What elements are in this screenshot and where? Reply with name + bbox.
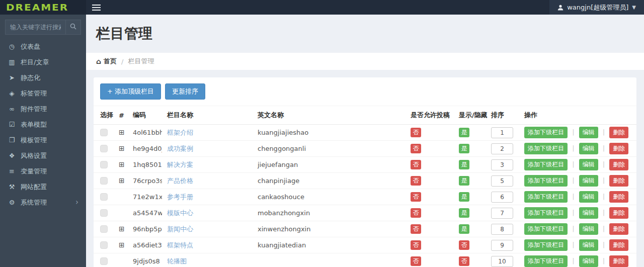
- sort-input[interactable]: [491, 143, 513, 154]
- delete-button[interactable]: 删除: [609, 175, 628, 187]
- delete-button[interactable]: 删除: [609, 255, 628, 267]
- add-child-category-button[interactable]: 添加下级栏目: [524, 175, 568, 187]
- expand-icon[interactable]: ⊞: [119, 160, 125, 168]
- expand-icon[interactable]: ⊞: [119, 176, 125, 185]
- edit-button[interactable]: 编辑: [579, 191, 598, 203]
- sidebar-item-staticize[interactable]: ➤ 静态化 ›: [0, 70, 86, 85]
- edit-button[interactable]: 编辑: [579, 143, 598, 154]
- category-name-link[interactable]: 轮播图: [167, 257, 187, 265]
- delete-button[interactable]: 删除: [609, 191, 628, 203]
- visibility-badge: 是: [459, 160, 469, 169]
- edit-button[interactable]: 编辑: [579, 239, 598, 251]
- hamburger-menu-icon[interactable]: [92, 3, 103, 12]
- sidebar-item-tag-management[interactable]: ◈ 标签管理 ›: [0, 85, 86, 101]
- edit-button[interactable]: 编辑: [579, 207, 598, 219]
- row-checkbox[interactable]: [100, 177, 108, 185]
- sort-input[interactable]: [491, 208, 513, 219]
- category-name-link[interactable]: 新闻中心: [167, 225, 193, 233]
- delete-button[interactable]: 删除: [609, 223, 628, 235]
- category-name-link[interactable]: 产品价格: [167, 177, 193, 185]
- sidebar-item-category-article[interactable]: ▥ 栏目/文章 ›: [0, 54, 86, 70]
- sidebar-item-form-model[interactable]: ☑ 表单模型 ›: [0, 117, 86, 132]
- sidebar-item-variable-management[interactable]: ≡ 变量管理 ›: [0, 163, 86, 179]
- edit-button[interactable]: 编辑: [579, 255, 598, 267]
- english-name-cell: kuangjiatedian: [253, 237, 406, 253]
- category-name-link[interactable]: 模版中心: [167, 209, 193, 217]
- add-child-category-button[interactable]: 添加下级栏目: [524, 255, 568, 267]
- sidebar: ◷ 仪表盘 › ▥ 栏目/文章 › ➤ 静态化 › ◈ 标签管理 ›: [0, 15, 86, 267]
- sidebar-item-system-management[interactable]: ⚙ 系统管理 ›: [0, 195, 86, 210]
- expand-icon[interactable]: ⊞: [119, 241, 125, 249]
- visibility-badge: 是: [459, 192, 469, 202]
- visibility-badge: 是: [459, 208, 469, 218]
- add-child-category-button[interactable]: 添加下级栏目: [524, 239, 568, 251]
- add-top-category-button[interactable]: + 添加顶级栏目: [100, 83, 161, 100]
- caret-down-icon: ▼: [632, 5, 636, 10]
- action-separator: |: [603, 241, 605, 248]
- table-header-row: 选择 # 编码 栏目名称 英文名称 是否允许投稿 显示/隐藏 排序 操作: [94, 106, 636, 125]
- row-checkbox[interactable]: [100, 145, 108, 152]
- delete-button[interactable]: 删除: [609, 239, 628, 251]
- row-checkbox[interactable]: [100, 129, 108, 136]
- delete-button[interactable]: 删除: [609, 159, 628, 170]
- expand-icon[interactable]: ⊞: [119, 225, 125, 233]
- add-child-category-button[interactable]: 添加下级栏目: [524, 159, 568, 170]
- sidebar-item-label: 附件管理: [21, 105, 75, 114]
- delete-button[interactable]: 删除: [609, 207, 628, 219]
- category-panel: + 添加顶级栏目 更新排序 选择 # 编码 栏目名称 英文名称 是否允许投稿 显…: [94, 77, 636, 267]
- edit-button[interactable]: 编辑: [579, 223, 598, 235]
- row-checkbox[interactable]: [100, 161, 108, 168]
- visibility-badge: 是: [459, 176, 469, 186]
- user-icon: [557, 5, 564, 11]
- delete-button[interactable]: 删除: [609, 143, 628, 154]
- add-child-category-button[interactable]: 添加下级栏目: [524, 191, 568, 203]
- sort-input[interactable]: [491, 240, 513, 251]
- add-child-category-button[interactable]: 添加下级栏目: [524, 207, 568, 219]
- category-name-link[interactable]: 参考手册: [167, 193, 193, 201]
- sort-input[interactable]: [491, 175, 513, 187]
- action-separator: |: [572, 241, 574, 248]
- action-separator: |: [572, 160, 574, 168]
- category-name-link[interactable]: 解决方案: [167, 161, 193, 168]
- sort-input[interactable]: [491, 192, 513, 203]
- category-name-link[interactable]: 成功案例: [167, 145, 193, 152]
- row-checkbox[interactable]: [100, 209, 108, 217]
- top-navbar: DREAMER wangjn[超级管理员] ▼: [0, 0, 644, 15]
- sidebar-item-dashboard[interactable]: ◷ 仪表盘 ›: [0, 39, 86, 54]
- sidebar-item-site-config[interactable]: ⚒ 网站配置 ›: [0, 179, 86, 195]
- page-title: 栏目管理: [96, 25, 636, 42]
- sidebar-item-style-settings[interactable]: ❖ 风格设置 ›: [0, 148, 86, 163]
- expand-icon[interactable]: ⊞: [119, 144, 125, 152]
- add-child-category-button[interactable]: 添加下级栏目: [524, 143, 568, 154]
- sort-input[interactable]: [491, 256, 513, 267]
- add-child-category-button[interactable]: 添加下级栏目: [524, 223, 568, 235]
- row-checkbox[interactable]: [100, 241, 108, 249]
- table-row: ⊞ 96nbp5pc 新闻中心 xinwenzhongxin 否 是 添加下级栏…: [94, 221, 636, 237]
- category-name-link[interactable]: 框架介绍: [167, 129, 193, 136]
- breadcrumb-home-link[interactable]: ⌂ 首页: [96, 57, 117, 66]
- category-name-link[interactable]: 框架特点: [167, 241, 193, 249]
- sidebar-item-template-management[interactable]: ❐ 模板管理 ›: [0, 132, 86, 148]
- search-input[interactable]: [6, 20, 65, 34]
- update-sort-button[interactable]: 更新排序: [165, 83, 205, 100]
- english-name-cell: kuangjiajieshao: [253, 125, 406, 141]
- row-checkbox[interactable]: [100, 257, 108, 265]
- row-checkbox[interactable]: [100, 225, 108, 233]
- add-child-category-button[interactable]: 添加下级栏目: [524, 127, 568, 138]
- edit-button[interactable]: 编辑: [579, 159, 598, 170]
- row-checkbox[interactable]: [100, 193, 108, 201]
- edit-button[interactable]: 编辑: [579, 175, 598, 187]
- edit-button[interactable]: 编辑: [579, 127, 598, 138]
- sidebar-item-label: 表单模型: [21, 120, 75, 129]
- variable-icon: ≡: [8, 167, 16, 175]
- sidebar-item-attachment-management[interactable]: ∞ 附件管理 ›: [0, 101, 86, 117]
- sort-input[interactable]: [491, 224, 513, 235]
- delete-button[interactable]: 删除: [609, 127, 628, 138]
- logo[interactable]: DREAMER: [0, 0, 86, 15]
- expand-icon[interactable]: ⊞: [119, 128, 125, 136]
- search-button[interactable]: [65, 20, 80, 34]
- user-menu[interactable]: wangjn[超级管理员] ▼: [549, 0, 644, 15]
- sort-input[interactable]: [491, 159, 513, 170]
- sidebar-item-label: 风格设置: [21, 151, 75, 160]
- sort-input[interactable]: [491, 127, 513, 138]
